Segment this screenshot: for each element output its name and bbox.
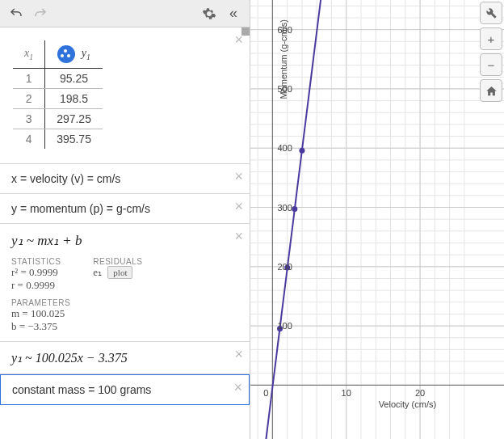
r-value: r = 0.9999 — [11, 279, 61, 292]
param-b: b = −3.375 — [11, 320, 225, 333]
close-icon[interactable]: × — [234, 347, 243, 361]
table-row: 4395.75 — [13, 129, 103, 150]
table-row: 195.25 — [13, 69, 103, 89]
residuals-var: e₁ — [93, 266, 102, 278]
svg-text:100: 100 — [277, 321, 292, 331]
note-cell[interactable]: × constant mass = 100 grams — [0, 374, 250, 405]
close-icon[interactable]: × — [234, 32, 243, 47]
y-definition-text: y = momentum (p) = g-cm/s — [11, 202, 150, 215]
param-m: m = 100.025 — [11, 307, 225, 320]
fit-equation-cell[interactable]: × y₁ ~ 100.025x − 3.375 — [0, 342, 250, 374]
expression-list[interactable]: × x1 y1 195.25 2198.5 3297.25 4395.75 — [0, 27, 250, 439]
svg-text:20: 20 — [415, 388, 425, 398]
table-row: 2198.5 — [13, 89, 103, 109]
collapse-button[interactable]: « — [224, 4, 243, 23]
zoom-out-button[interactable]: − — [480, 53, 502, 76]
r-squared: r² = 0.9999 — [11, 266, 61, 279]
y-definition-cell[interactable]: × y = momentum (p) = g-cm/s — [0, 194, 250, 224]
svg-text:300: 300 — [277, 203, 292, 213]
fit-equation: y₁ ~ 100.025x − 3.375 — [11, 351, 128, 365]
svg-text:400: 400 — [277, 143, 292, 153]
table-row: 3297.25 — [13, 109, 103, 129]
expression-panel: « × x1 y1 195.25 2198.5 32 — [0, 0, 250, 439]
data-table[interactable]: x1 y1 195.25 2198.5 3297.25 4395.75 — [13, 40, 103, 149]
close-icon[interactable]: × — [234, 169, 243, 184]
svg-point-63 — [299, 148, 304, 154]
graph-canvas[interactable]: 01020100200300400500600Velocity (cm/s)Mo… — [250, 0, 504, 439]
settings-button[interactable] — [200, 4, 219, 23]
svg-text:10: 10 — [342, 388, 351, 398]
statistics-label: STATISTICS — [11, 257, 61, 266]
x-header[interactable]: x1 — [13, 40, 45, 69]
y-header[interactable]: y1 — [45, 40, 103, 69]
graph-panel[interactable]: 01020100200300400500600Velocity (cm/s)Mo… — [250, 0, 504, 439]
plot-residuals-button[interactable]: plot — [107, 266, 132, 279]
table-cell[interactable]: × x1 y1 195.25 2198.5 3297.25 4395.75 — [0, 27, 250, 164]
residuals-label: RESIDUALS — [93, 257, 142, 266]
regression-cell[interactable]: × y₁ ~ mx₁ + b STATISTICS r² = 0.9999 r … — [0, 224, 250, 342]
series-color-icon[interactable] — [57, 45, 75, 63]
svg-point-62 — [292, 206, 297, 212]
close-icon[interactable]: × — [234, 199, 243, 213]
redo-button[interactable] — [31, 4, 50, 23]
left-toolbar: « — [0, 0, 250, 27]
home-button[interactable] — [480, 79, 502, 102]
zoom-in-button[interactable]: + — [480, 27, 502, 50]
svg-text:0: 0 — [263, 388, 268, 398]
undo-button[interactable] — [6, 4, 26, 23]
x-definition-cell[interactable]: × x = velocity (v) = cm/s — [0, 164, 250, 194]
svg-text:Momentum (g-cm/s): Momentum (g-cm/s) — [279, 19, 288, 99]
close-icon[interactable]: × — [233, 380, 242, 395]
x-definition-text: x = velocity (v) = cm/s — [11, 172, 120, 185]
close-icon[interactable]: × — [234, 229, 243, 243]
note-text: constant mass = 100 grams — [12, 383, 151, 396]
svg-text:200: 200 — [277, 262, 292, 272]
graph-tools: + − — [480, 2, 502, 102]
regression-model: y₁ ~ mx₁ + b — [11, 232, 225, 249]
parameters-label: PARAMETERS — [11, 298, 225, 307]
wrench-button[interactable] — [480, 2, 502, 24]
svg-text:Velocity (cm/s): Velocity (cm/s) — [379, 399, 437, 409]
